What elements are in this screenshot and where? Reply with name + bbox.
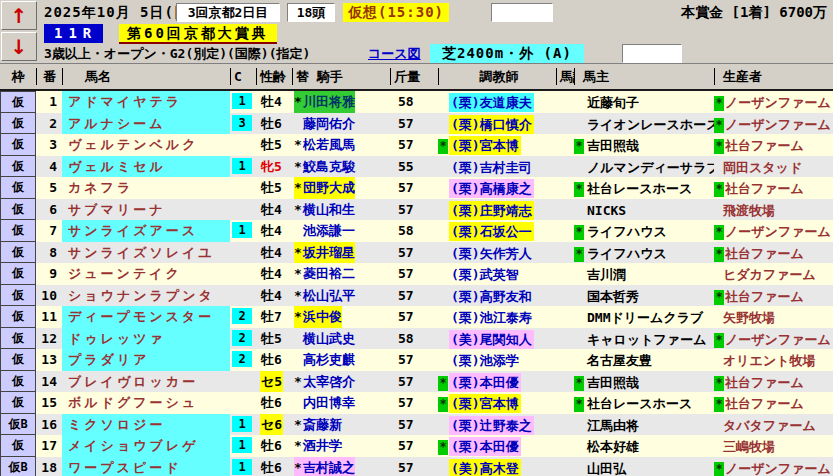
carried-weight: 57 (390, 134, 438, 156)
jockey-name: *浜中俊 (294, 306, 342, 328)
sex-age: 牡6 (256, 113, 292, 135)
frame-cell: 仮 (0, 263, 36, 285)
horse-row[interactable]: 仮7サンライズアース1牡4 池添謙一58(栗)石坂公一*ライフハウス*ノーザンフ… (0, 220, 833, 242)
owner-cell: 近藤旬子 (574, 91, 714, 113)
breeder-cell: *社台ファーム (714, 392, 833, 414)
horse-row[interactable]: 仮2アルナシーム3牡6 藤岡佑介57(栗)橋口慎介ライオンレースホース*ノーザン… (0, 113, 833, 135)
horse-row[interactable]: 仮5カネフラ牡5*団野大成57(栗)高橋康之*社台レースホース*社台ファーム (0, 177, 833, 199)
carried-weight: 57 (390, 242, 438, 264)
carried-weight: 57 (390, 457, 438, 476)
trainer-cell: *(栗)宮本博 (438, 392, 556, 414)
jockey-cell: *酒井学 (292, 435, 390, 457)
carried-weight: 57 (390, 113, 438, 135)
frame-cell: 仮 (0, 435, 36, 457)
horse-number: 10 (36, 285, 62, 307)
breeder-star-icon: * (714, 182, 724, 197)
course-mark-cell: 2 (230, 349, 256, 371)
breeder-name: ノーザンファーム (725, 115, 831, 134)
owner-name: DMMドリームクラブ (585, 308, 705, 327)
jockey-name: *横山和生 (294, 199, 355, 221)
scroll-up-button[interactable]: ↑ (1, 1, 37, 30)
owner-cell: NICKS (574, 199, 714, 221)
meeting-label: 3回京都2日目 (176, 3, 280, 22)
frame-cell: 仮 (0, 177, 36, 199)
course-mark-cell (230, 263, 256, 285)
horse-row[interactable]: 仮10ショウナンラプンタ牡4*松山弘平57(栗)高野友和国本哲秀*社台ファーム (0, 285, 833, 307)
course-map-link[interactable]: コース図 (368, 45, 421, 63)
owner-cell: *吉田照哉 (574, 134, 714, 156)
course-mark-badge: 1 (232, 459, 252, 475)
owner-star-icon: * (574, 247, 584, 262)
course-mark-badge: 1 (232, 93, 252, 109)
course-mark-badge: 1 (232, 222, 252, 238)
horse-number: 14 (36, 371, 62, 393)
horse-row[interactable]: 仮B18ワープスピード1牡6*吉村誠之57(美)高木登山田弘*ノーザンファーム (0, 457, 833, 476)
horse-row[interactable]: 仮14ブレイヴロッカーセ5*太宰啓介57*(栗)本田優*吉田照哉*社台ファーム (0, 371, 833, 393)
sex-age: 牡4 (256, 285, 292, 307)
course-mark-cell: 3 (230, 113, 256, 135)
trainer-name: (栗)池添学 (449, 351, 521, 370)
horse-name: サンライズソレイユ (62, 242, 230, 264)
breeder-name: 社台ファーム (725, 244, 804, 263)
jockey-name: *太宰啓介 (294, 371, 355, 393)
horse-row[interactable]: 仮15ボルドグフーシュ牡6 内田博幸57*(栗)宮本博*社台レースホース*社台フ… (0, 392, 833, 414)
col-header-trainer: 調教師 (438, 68, 556, 85)
horse-row[interactable]: 仮B16ミクソロジー1セ6*斎藤新57(栗)辻野泰之江馬由将タバタファーム (0, 414, 833, 436)
owner-name: 吉田照哉 (585, 136, 641, 155)
sex-age: 牡4 (256, 220, 292, 242)
breeder-cell: *社台ファーム (714, 285, 833, 307)
jockey-cell: 横山武史 (292, 328, 390, 350)
horse-row[interactable]: 仮3ヴェルテンベルク牡5*松若風馬57*(栗)宮本博*吉田照哉*社台ファーム (0, 134, 833, 156)
horse-name: サブマリーナ (62, 199, 230, 221)
horse-row[interactable]: 仮11ディープモンスター2牡7*浜中俊57(栗)池江泰寿DMMドリームクラブ矢野… (0, 306, 833, 328)
owner-cell: 江馬由将 (574, 414, 714, 436)
sex-age: 牡6 (256, 435, 292, 457)
breeder-star-icon: * (714, 139, 724, 154)
carried-weight: 58 (390, 91, 438, 113)
jockey-change-mark: * (294, 457, 303, 476)
course-mark-cell (230, 371, 256, 393)
horse-row[interactable]: 仮4ヴェルミセル1牝5*鮫島克駿55(栗)吉村圭司ノルマンディーサラブ岡田スタッ… (0, 156, 833, 178)
jockey-change-mark: * (294, 306, 303, 328)
trainer-cell: (栗)庄野靖志 (438, 199, 556, 221)
breeder-cell: *社台ファーム (714, 242, 833, 264)
breeder-name: ノーザンファーム (725, 93, 831, 112)
sex-age-value: 牡6 (260, 457, 283, 476)
sex-age: 牡5 (256, 328, 292, 350)
note-cell (556, 177, 574, 199)
breeder-star-icon: * (714, 118, 724, 133)
horse-row[interactable]: 仮17メイショウブレゲ1牡6*酒井学57*(栗)本田優松本好雄三嶋牧場 (0, 435, 833, 457)
horse-row[interactable]: 仮12ドゥレッツァ2牡5 横山武史58(美)尾関知人キャロットファーム*ノーザン… (0, 328, 833, 350)
jockey-cell: *浜中俊 (292, 306, 390, 328)
horse-row[interactable]: 仮13プラダリア2牡6 高杉吏麒57(栗)池添学名古屋友豊オリエント牧場 (0, 349, 833, 371)
sex-age: セ5 (256, 371, 292, 393)
trainer-star-icon: * (438, 440, 448, 455)
horse-row[interactable]: 仮6サブマリーナ牡4*横山和生57(栗)庄野靖志NICKS飛渡牧場 (0, 199, 833, 221)
carried-weight: 55 (390, 156, 438, 178)
horse-row[interactable]: 仮1アドマイヤテラ1牡4*川田将雅58(栗)友道康夫近藤旬子*ノーザンファーム (0, 91, 833, 113)
course-mark-badge: 2 (232, 330, 252, 346)
jockey-change-mark: * (294, 156, 303, 178)
horse-row[interactable]: 仮8サンライズソレイユ牡4*坂井瑠星57(栗)矢作芳人*ライフハウス*社台ファー… (0, 242, 833, 264)
breeder-name: ノーザンファーム (725, 330, 831, 349)
jockey-cell: 池添謙一 (292, 220, 390, 242)
horse-number: 8 (36, 242, 62, 264)
race-number-badge: 11R (44, 24, 103, 43)
carried-weight: 57 (390, 285, 438, 307)
col-header-jockey: 替 騎手 (292, 68, 390, 85)
jockey-name-text: 川田将雅 (303, 94, 355, 109)
breeder-name: 三嶋牧場 (723, 437, 775, 456)
owner-cell: ライオンレースホース (574, 113, 714, 135)
trainer-name: (栗)橋口慎介 (449, 115, 534, 134)
sex-age-value: 牡6 (260, 392, 283, 414)
owner-name: 吉田照哉 (585, 373, 641, 392)
scroll-down-button[interactable]: ↓ (1, 32, 37, 61)
horse-row[interactable]: 仮9ジューンテイク牡4*菱田裕二57(栗)武英智吉川潤ヒダカファーム (0, 263, 833, 285)
owner-cell: *ライフハウス (574, 220, 714, 242)
jockey-name: 高杉吏麒 (294, 349, 355, 371)
course-mark-cell: 1 (230, 435, 256, 457)
horse-name: ワープスピード (62, 457, 230, 476)
breeder-cell: *ノーザンファーム (714, 220, 833, 242)
trainer-cell: (栗)武英智 (438, 263, 556, 285)
jockey-cell: *団野大成 (292, 177, 390, 199)
